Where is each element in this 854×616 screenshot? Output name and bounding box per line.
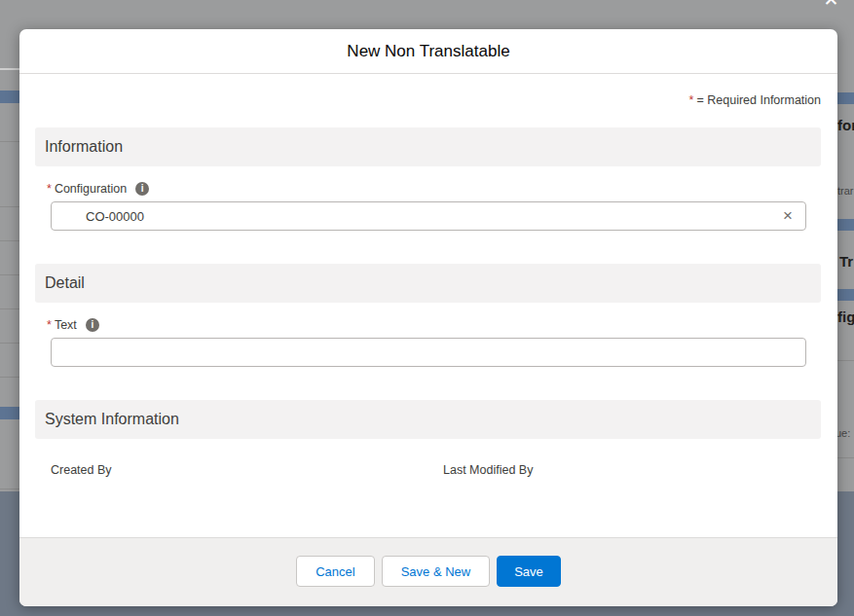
modal-header: New Non Translatable [19, 29, 837, 74]
required-asterisk: * [689, 93, 694, 107]
modal-footer: Cancel Save & New Save [19, 537, 837, 606]
required-note-text: = Required Information [696, 93, 821, 107]
background-text-fragment: fig [837, 308, 854, 325]
text-label-text: Text [55, 318, 77, 332]
background-table-header-band [837, 92, 854, 104]
background-row-divider [0, 240, 19, 241]
info-icon[interactable]: i [86, 318, 99, 332]
save-and-new-button[interactable]: Save & New [382, 556, 491, 587]
cancel-button[interactable]: Cancel [296, 556, 374, 587]
background-row-divider [0, 489, 19, 489]
background-row-divider [0, 274, 19, 275]
new-non-translatable-modal: New Non Translatable *= Required Informa… [19, 29, 837, 606]
screen: for trar Tr fig ue: ✕ New Non Translatab… [0, 0, 854, 616]
section-header-system-information: System Information [35, 400, 821, 439]
configuration-label-text: Configuration [55, 182, 127, 196]
required-information-note: *= Required Information [689, 93, 821, 107]
background-edge-line [0, 68, 19, 70]
text-input-wrap [51, 338, 806, 367]
background-text-fragment: trar [837, 185, 854, 197]
required-asterisk: * [47, 182, 52, 196]
background-table-header-band [0, 407, 19, 419]
section-header-information: Information [35, 127, 821, 166]
info-icon[interactable]: i [135, 182, 149, 196]
background-row-divider [837, 457, 854, 458]
background-text-fragment: for [837, 117, 854, 133]
configuration-input-wrap: × [51, 201, 806, 231]
close-icon[interactable]: ✕ [822, 0, 840, 9]
created-by-label: Created By [51, 463, 112, 477]
required-asterisk: * [47, 318, 52, 332]
background-row-divider [0, 308, 19, 309]
background-table-header-band [837, 289, 854, 301]
section-header-detail: Detail [35, 264, 821, 303]
clear-icon[interactable]: × [778, 206, 798, 226]
background-text-fragment: ue: [835, 427, 850, 439]
background-table-header-band [0, 91, 19, 103]
save-button[interactable]: Save [497, 556, 561, 587]
background-table-header-band [837, 219, 854, 231]
last-modified-by-label: Last Modified By [443, 463, 533, 477]
configuration-field-label: * Configuration i [47, 181, 149, 197]
background-row-divider [0, 206, 19, 207]
background-row-divider [0, 377, 19, 378]
background-row-divider [0, 343, 19, 344]
background-row-divider [0, 141, 19, 142]
background-text-fragment: Tr [839, 253, 853, 270]
configuration-input[interactable] [51, 201, 806, 231]
text-field-label: * Text i [47, 317, 99, 333]
text-input[interactable] [51, 338, 806, 367]
modal-title: New Non Translatable [19, 29, 837, 74]
background-row-divider [837, 360, 854, 361]
